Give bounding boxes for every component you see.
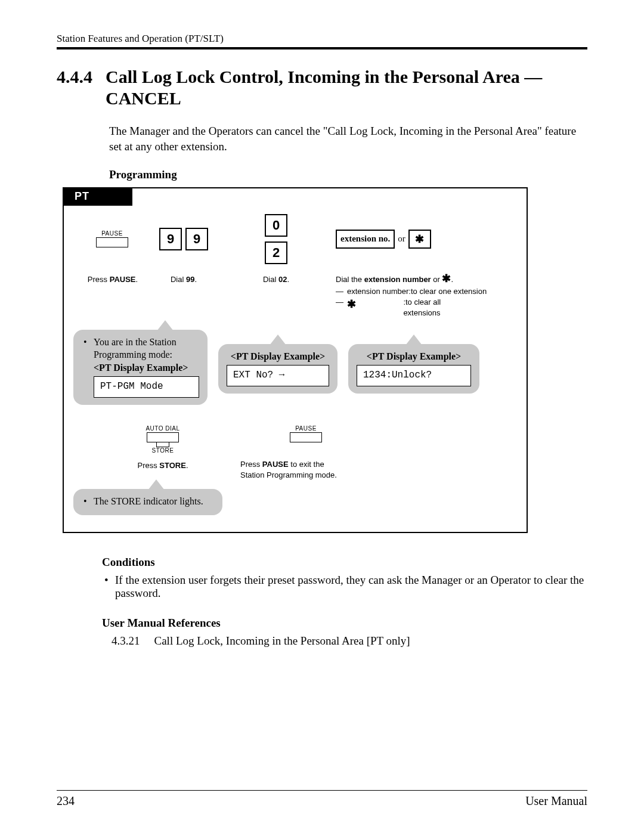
store-key-icon-bottom — [156, 442, 169, 447]
t: or — [431, 275, 442, 284]
t: Dial — [171, 275, 186, 284]
reference-row: 4.3.21 Call Log Lock, Incoming in the Pe… — [112, 634, 587, 648]
t: Dial the — [336, 275, 364, 284]
section-body: The Manager and the Operators can cancel… — [109, 123, 587, 182]
star-button: ✱ — [408, 230, 431, 249]
display-ptpgm: PT-PGM Mode — [94, 376, 199, 398]
display-unlock: 1234:Unlock? — [357, 365, 471, 386]
digit-9b: 9 — [185, 228, 208, 250]
doc-title-footer: User Manual — [525, 794, 587, 808]
header-rule — [57, 47, 587, 49]
page-footer: 234 User Manual — [57, 790, 587, 808]
diagram-inner: PAUSE 9 9 0 2 extension no. or ✱ — [64, 206, 527, 532]
t: Programming mode: — [94, 349, 172, 360]
t: <PT Display Example> — [94, 363, 188, 373]
star-icon: ✱ — [442, 272, 451, 284]
pause-label: PAUSE — [101, 230, 123, 237]
t: Station Programming mode. — [240, 470, 337, 479]
callout-store-indicator: The STORE indicator lights. — [73, 489, 222, 515]
conditions-heading: Conditions — [102, 556, 587, 569]
digit-0: 0 — [265, 214, 287, 237]
digits-99: 9 9 — [151, 228, 216, 250]
t: . — [451, 275, 453, 284]
programming-diagram: PT PAUSE 9 9 0 2 extension no. or — [63, 187, 528, 533]
t: 02 — [278, 275, 287, 284]
references-heading: User Manual References — [102, 617, 587, 630]
t: You are in the Station — [94, 337, 177, 347]
press-pause-exit-caption: Press PAUSE to exit the Station Programm… — [240, 459, 348, 481]
pause-key-icon — [96, 237, 128, 247]
t: . — [287, 275, 289, 284]
store-key-icon — [147, 432, 179, 442]
page: Station Features and Operation (PT/SLT) … — [0, 0, 644, 833]
t: <PT Display Example> — [367, 351, 461, 361]
t: :to clear all extensions — [403, 297, 472, 318]
display-extno: EXT No? → — [227, 365, 329, 386]
running-header: Station Features and Operation (PT/SLT) — [57, 33, 587, 45]
store-label: STORE — [152, 447, 174, 454]
programming-heading: Programming — [109, 167, 587, 182]
dial-02-caption: Dial 02. — [263, 275, 289, 284]
conditions-section: Conditions If the extension user forgets… — [102, 556, 587, 600]
t: PAUSE — [110, 275, 136, 284]
t: The STORE indicator lights. — [82, 495, 214, 508]
t: Press — [88, 275, 110, 284]
t: Press — [240, 460, 262, 469]
callout-unlock: <PT Display Example> 1234:Unlock? — [348, 344, 479, 394]
star-icon: ✱ — [415, 233, 424, 246]
star-icon: ✱ — [347, 297, 403, 318]
dial-ext-caption: Dial the extension number or ✱. —extensi… — [336, 271, 487, 319]
ext-or-star: extension no. or ✱ — [336, 230, 491, 249]
digits-02: 0 2 — [216, 214, 336, 264]
section-title-line2: CANCEL — [106, 88, 181, 108]
pause-key-icon-2 — [290, 432, 322, 442]
t: 99 — [186, 275, 194, 284]
t: . — [194, 275, 197, 284]
intro-paragraph: The Manager and the Operators can cancel… — [109, 123, 587, 154]
references-section: User Manual References 4.3.21 Call Log L… — [102, 617, 587, 648]
t: Press — [137, 461, 159, 470]
t: STORE — [159, 461, 186, 470]
page-number: 234 — [57, 794, 75, 808]
reference-text: Call Log Lock, Incoming in the Personal … — [154, 634, 410, 648]
section-heading: 4.4.4 Call Log Lock Control, Incoming in… — [57, 66, 587, 109]
or-text: or — [398, 234, 405, 244]
reference-number: 4.3.21 — [112, 634, 140, 648]
t: . — [186, 461, 188, 470]
conditions-item: If the extension user forgets their pres… — [115, 574, 587, 600]
t: extension number — [347, 287, 408, 296]
diagram-tab: PT — [64, 188, 132, 206]
dial-99-caption: Dial 99. — [171, 275, 197, 284]
extension-no-button: extension no. — [336, 230, 395, 249]
section-title-line1: Call Log Lock Control, Incoming in the P… — [106, 67, 542, 86]
callout-extno: <PT Display Example> EXT No? → — [218, 344, 338, 394]
t: :to clear one extension — [408, 287, 487, 296]
digit-9a: 9 — [159, 228, 182, 250]
t: . — [136, 275, 138, 284]
press-store-caption: Press STORE. — [137, 461, 188, 470]
t: Dial — [263, 275, 278, 284]
t: <PT Display Example> — [231, 351, 325, 361]
store-key-group: AUTO DIAL STORE Press STORE. — [73, 425, 216, 470]
digit-2: 2 — [265, 241, 287, 264]
footer-rule — [57, 790, 587, 791]
t: PAUSE — [262, 460, 289, 469]
autodial-label: AUTO DIAL — [145, 425, 179, 432]
pause-label-2: PAUSE — [295, 425, 317, 432]
pause-exit-group: PAUSE Press PAUSE to exit the Station Pr… — [228, 425, 383, 481]
t: extension number — [364, 275, 431, 284]
t: to exit the — [289, 460, 324, 469]
callout-station-mode: You are in the Station Programming mode:… — [73, 330, 208, 405]
press-pause-caption: Press PAUSE. — [88, 275, 138, 284]
pause-key-group: PAUSE — [73, 230, 151, 247]
section-number: 4.4.4 — [57, 66, 92, 109]
section-title: Call Log Lock Control, Incoming in the P… — [106, 66, 542, 109]
